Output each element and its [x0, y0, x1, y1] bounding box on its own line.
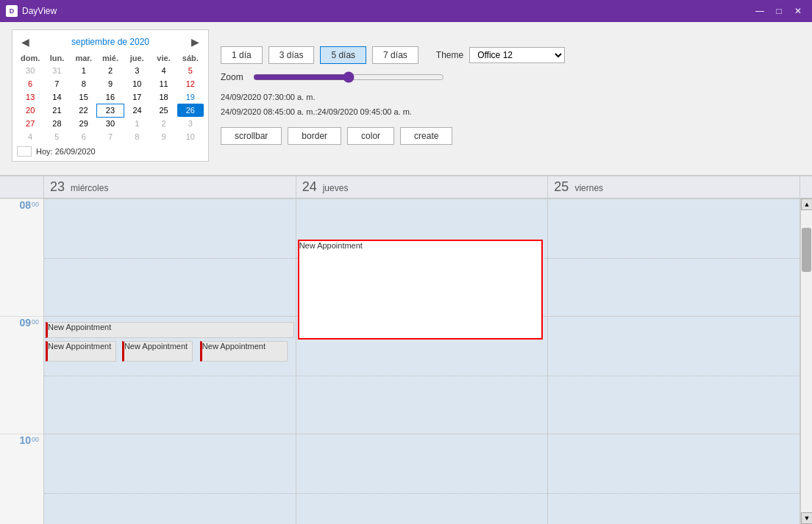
- theme-select[interactable]: Office 12Office 2013Windows 10Dark: [469, 47, 565, 63]
- mini-calendar: ◀ septiembre de 2020 ▶ dom.lun.mar.mié.j…: [12, 29, 209, 162]
- half-hour-line: [548, 493, 799, 494]
- calendar-day[interactable]: 26: [177, 104, 204, 117]
- hour-line: [548, 434, 799, 524]
- calendar-day[interactable]: 3: [124, 64, 150, 77]
- view-button-1-día[interactable]: 1 día: [221, 46, 263, 64]
- calendar-day[interactable]: 24: [124, 104, 150, 117]
- scroll-down-button[interactable]: ▼: [801, 512, 812, 524]
- day-column-25[interactable]: [548, 198, 800, 524]
- calendar-title: septiembre de 2020: [71, 37, 149, 47]
- calendar-day[interactable]: 2: [150, 117, 177, 130]
- calendar-day[interactable]: 29: [71, 117, 97, 130]
- maximize-button[interactable]: □: [771, 3, 787, 19]
- calendar-day[interactable]: 31: [43, 64, 70, 77]
- calendar-day[interactable]: 4: [150, 64, 177, 77]
- calendar-prev-button[interactable]: ◀: [17, 35, 34, 49]
- scroll-up-button[interactable]: ▲: [801, 198, 812, 210]
- appointment[interactable]: New Appointment: [46, 322, 294, 338]
- calendar-day[interactable]: 15: [71, 90, 97, 104]
- calendar-day[interactable]: 16: [97, 90, 124, 104]
- calendar-day[interactable]: 2: [97, 64, 124, 77]
- calendar-day[interactable]: 14: [43, 90, 70, 104]
- theme-label: Theme: [436, 50, 463, 60]
- hour-line: [44, 198, 296, 316]
- calendar-header: ◀ septiembre de 2020 ▶: [17, 35, 204, 49]
- calendar-day[interactable]: 13: [17, 90, 43, 104]
- half-hour-line: [296, 493, 548, 494]
- calendar-day[interactable]: 18: [150, 90, 177, 104]
- calendar-day[interactable]: 27: [17, 117, 43, 130]
- top-row1: ◀ septiembre de 2020 ▶ dom.lun.mar.mié.j…: [12, 29, 800, 162]
- calendar-day[interactable]: 12: [177, 77, 204, 90]
- calendar-next-button[interactable]: ▶: [187, 35, 204, 49]
- calendar-day[interactable]: 4: [17, 130, 43, 143]
- controls-area: 1 día3 días5 días7 días Theme Office 12O…: [221, 46, 800, 145]
- calendar-day[interactable]: 7: [43, 77, 70, 90]
- appointment[interactable]: New Appointment: [122, 341, 193, 362]
- view-button-5-días[interactable]: 5 días: [320, 46, 366, 64]
- calendar-day[interactable]: 25: [150, 104, 177, 117]
- scrollbar[interactable]: ▲ ▼: [800, 198, 812, 524]
- day-header-25: 25viernes: [548, 176, 800, 198]
- calendar-day[interactable]: 28: [43, 117, 70, 130]
- day-column-23[interactable]: New AppointmentNew AppointmentNew Appoin…: [44, 198, 296, 524]
- view-button-7-días[interactable]: 7 días: [372, 46, 419, 64]
- zoom-row: Zoom: [221, 71, 800, 83]
- color-button[interactable]: color: [347, 127, 394, 145]
- titlebar-controls[interactable]: — □ ✕: [752, 3, 806, 19]
- calendar-day[interactable]: 30: [97, 117, 124, 130]
- calendar-day[interactable]: 5: [43, 130, 70, 143]
- calendar-day[interactable]: 17: [124, 90, 150, 104]
- calendar-day[interactable]: 5: [177, 64, 204, 77]
- zoom-slider[interactable]: [253, 71, 444, 83]
- create-button[interactable]: create: [400, 127, 452, 145]
- time-gutter-body: 080009001000: [0, 198, 44, 524]
- calendar-day[interactable]: 9: [97, 77, 124, 90]
- info-line1: 24/09/2020 07:30:00 a. m.: [221, 90, 800, 105]
- calendar-view-header: 23miércoles24jueves25viernes: [0, 176, 812, 198]
- scrollbar-thumb[interactable]: [802, 228, 811, 272]
- hour-line: [44, 434, 296, 524]
- hour-line: [296, 434, 548, 524]
- calendar-day[interactable]: 19: [177, 90, 204, 104]
- day-column-24[interactable]: New Appointment: [296, 198, 549, 524]
- weekday-header: jue.: [124, 52, 150, 64]
- calendar-day[interactable]: 6: [71, 130, 97, 143]
- view-button-3-días[interactable]: 3 días: [268, 46, 315, 64]
- calendar-day[interactable]: 21: [43, 104, 70, 117]
- half-hour-line: [296, 376, 548, 376]
- calendar-day[interactable]: 23: [97, 104, 124, 117]
- calendar-day[interactable]: 3: [177, 117, 204, 130]
- calendar-day[interactable]: 8: [71, 77, 97, 90]
- calendar-day[interactable]: 1: [71, 64, 97, 77]
- calendar-day[interactable]: 6: [17, 77, 43, 90]
- appointment[interactable]: New Appointment: [200, 341, 288, 362]
- border-button[interactable]: border: [288, 127, 341, 145]
- top-panel: ◀ septiembre de 2020 ▶ dom.lun.mar.mié.j…: [0, 22, 812, 176]
- calendar-day[interactable]: 9: [150, 130, 177, 143]
- appointment[interactable]: New Appointment: [46, 341, 116, 362]
- half-hour-line: [548, 376, 799, 376]
- view-buttons-row: 1 día3 días5 días7 días Theme Office 12O…: [221, 46, 800, 64]
- weekday-header: vie.: [150, 52, 177, 64]
- calendar-day[interactable]: 8: [124, 130, 150, 143]
- selected-appointment[interactable]: New Appointment: [298, 240, 544, 340]
- calendar-day[interactable]: 1: [124, 117, 150, 130]
- app-title: DayView: [22, 6, 57, 16]
- calendar-day[interactable]: 20: [17, 104, 43, 117]
- close-button[interactable]: ✕: [790, 3, 806, 19]
- scrollbar-button[interactable]: scrollbar: [221, 127, 282, 145]
- time-slot-08: 0800: [0, 198, 43, 316]
- calendar-day[interactable]: 10: [124, 77, 150, 90]
- action-buttons-row: scrollbarbordercolorcreate: [221, 127, 800, 145]
- day-number: 25: [554, 179, 569, 195]
- calendar-day[interactable]: 30: [17, 64, 43, 77]
- calendar-view-body: 080009001000 New AppointmentNew Appointm…: [0, 198, 812, 524]
- calendar-day[interactable]: 10: [177, 130, 204, 143]
- calendar-day[interactable]: 7: [97, 130, 124, 143]
- calendar-day[interactable]: 22: [71, 104, 97, 117]
- day-header-24: 24jueves: [296, 176, 549, 198]
- day-name: jueves: [323, 183, 349, 193]
- calendar-day[interactable]: 11: [150, 77, 177, 90]
- minimize-button[interactable]: —: [752, 3, 768, 19]
